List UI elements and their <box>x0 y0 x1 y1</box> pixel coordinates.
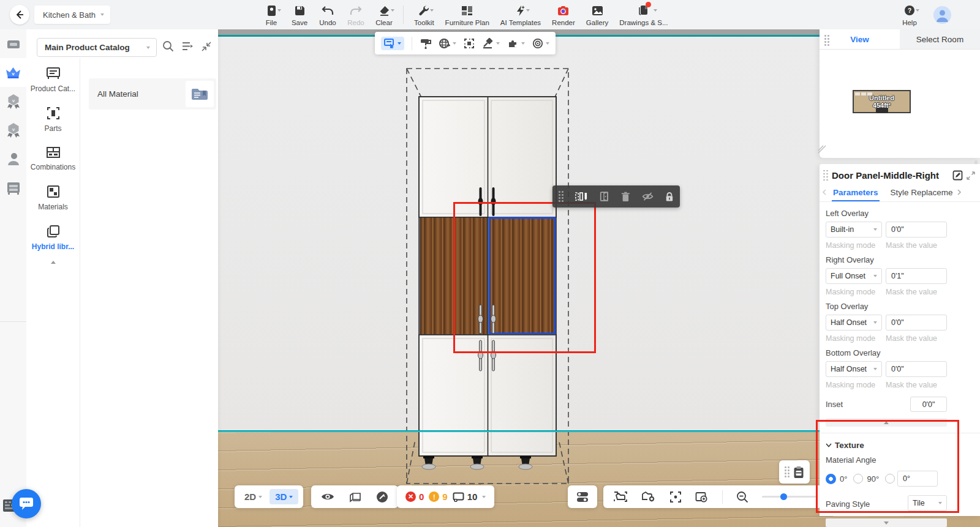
furniture-plan-button[interactable]: Furniture Plan <box>440 2 495 26</box>
camera-frame-icon[interactable] <box>613 491 628 503</box>
chevron-down-icon <box>873 321 877 324</box>
chat-support-button[interactable] <box>12 489 41 518</box>
rail-profile-item[interactable] <box>0 144 26 173</box>
room-thumbnail[interactable]: Untitled 454ft² <box>853 90 911 113</box>
replace-style-button[interactable] <box>439 38 456 49</box>
save-button[interactable]: Save <box>285 2 314 26</box>
gallery-button[interactable]: Gallery <box>581 2 614 26</box>
settings-toggles-button[interactable] <box>568 485 597 508</box>
drag-handle[interactable] <box>785 466 790 477</box>
top-overlay-value-input[interactable]: 0'0" <box>886 315 947 331</box>
drawings-button[interactable]: Drawings & S... <box>614 2 673 26</box>
selection-context-toolbar <box>552 185 680 207</box>
mode-3d-button[interactable]: 3D <box>270 489 298 504</box>
project-selector[interactable]: Kitchen & Bath <box>34 6 110 24</box>
person-icon <box>6 152 21 166</box>
plugins-button[interactable] <box>507 38 525 49</box>
visibility-eye-icon[interactable] <box>321 491 334 502</box>
hybrid-library-icon <box>47 225 60 238</box>
bottom-overlay-mode-select[interactable]: Half Onset <box>826 361 882 377</box>
expand-icon[interactable] <box>967 171 975 180</box>
user-avatar[interactable] <box>933 6 951 24</box>
chevron-down-icon <box>453 42 456 45</box>
region-select-button[interactable] <box>464 38 475 49</box>
undo-button[interactable]: Undo <box>314 2 342 26</box>
open-door-icon[interactable] <box>600 190 609 203</box>
nav-materials[interactable]: Materials <box>26 176 80 216</box>
zoom-out-icon[interactable] <box>736 491 748 503</box>
ai-templates-button[interactable]: AI Templates <box>495 2 546 26</box>
nav-product-catalog[interactable]: Product Cat... <box>26 58 80 98</box>
chevron-down-icon <box>521 42 525 45</box>
zoom-slider-handle[interactable] <box>780 493 787 500</box>
tab-view[interactable]: View <box>820 29 900 49</box>
bottom-overlay-value-input[interactable]: 0'0" <box>886 361 947 377</box>
paint-tool-button[interactable] <box>420 38 431 49</box>
tab-select-room[interactable]: Select Room <box>900 29 980 49</box>
zoom-region-icon[interactable] <box>695 491 709 503</box>
image-icon <box>592 4 603 17</box>
trash-icon[interactable] <box>621 191 630 203</box>
back-button[interactable] <box>10 5 29 24</box>
toolkit-button[interactable]: Toolkit <box>409 2 440 26</box>
nav-combinations[interactable]: Combinations <box>26 138 80 176</box>
focus-center-icon[interactable] <box>669 491 682 503</box>
camera-settings-icon[interactable] <box>641 491 656 503</box>
rail-badge-item-2[interactable]: v <box>0 116 26 144</box>
bom-list-button[interactable] <box>779 460 810 484</box>
nav-parts[interactable]: Parts <box>26 98 80 138</box>
rail-furniture-item[interactable] <box>0 29 26 58</box>
target-button[interactable] <box>532 38 549 49</box>
nav-scroll-up[interactable] <box>26 256 80 264</box>
issues-bar[interactable]: ✕ 0 ! 9 10 <box>397 485 494 508</box>
zoom-slider[interactable] <box>762 496 817 498</box>
redo-button[interactable]: Redo <box>342 2 370 26</box>
collapse-panel-icon[interactable] <box>202 42 211 51</box>
drawer-cabinet-icon <box>6 181 21 195</box>
chevron-down-icon <box>289 496 293 498</box>
catalog-select[interactable]: Main Product Catalog <box>37 38 157 57</box>
badge-icon: v <box>6 94 21 110</box>
drag-handle[interactable] <box>559 191 564 202</box>
right-overlay-value-input[interactable]: 0'1" <box>886 268 947 284</box>
left-overlay-mode-select[interactable]: Built-in <box>826 222 882 237</box>
nav-hybrid-library[interactable]: Hybrid libr... <box>26 216 80 256</box>
material-list-item[interactable]: All Material <box>89 78 216 110</box>
array-edit-icon[interactable] <box>575 190 588 203</box>
measure-tool-button[interactable] <box>482 38 500 49</box>
tab-parameters[interactable]: Parameters <box>827 183 884 201</box>
help-button[interactable]: ? Help <box>895 2 924 26</box>
select-tool-button[interactable] <box>381 37 404 50</box>
resize-handle-icon[interactable] <box>817 144 827 154</box>
rail-vip-item[interactable]: v <box>0 58 26 87</box>
drag-handle[interactable] <box>824 35 829 46</box>
chevron-right-icon[interactable] <box>957 189 962 195</box>
rail-cabinet-item[interactable] <box>0 173 26 202</box>
rail-badge-item-1[interactable]: v <box>0 87 26 116</box>
drag-handle[interactable] <box>823 170 828 181</box>
chevron-left-icon[interactable] <box>822 189 827 195</box>
gauge-icon[interactable] <box>376 491 388 503</box>
right-overlay-mode-select[interactable]: Full Onset <box>826 268 882 284</box>
gavel-icon <box>482 38 494 49</box>
clear-button[interactable]: Clear <box>370 2 398 26</box>
hide-eye-icon[interactable] <box>642 191 654 202</box>
tab-style-replacement[interactable]: Style Replaceme <box>884 183 957 201</box>
mask-labels: Masking modeMask the value <box>826 381 980 389</box>
edit-icon[interactable] <box>952 170 963 181</box>
search-icon[interactable] <box>162 40 174 52</box>
chevron-down-icon <box>526 9 530 12</box>
file-button[interactable]: File <box>257 2 285 26</box>
render-button[interactable]: Render <box>546 2 581 26</box>
panel-select-icon <box>384 39 395 48</box>
field-bottom-overlay: Bottom Overlay Half Onset 0'0" Masking m… <box>826 348 980 389</box>
cube-view-icon[interactable] <box>349 491 361 503</box>
inset-value-input[interactable]: 0'0" <box>910 397 947 412</box>
expand-section-bar[interactable] <box>826 518 947 527</box>
left-overlay-value-input[interactable]: 0'0" <box>886 222 947 237</box>
top-overlay-mode-select[interactable]: Half Onset <box>826 315 882 331</box>
mode-2d-button[interactable]: 2D <box>239 491 267 502</box>
puzzle-icon <box>507 38 519 49</box>
lock-icon[interactable] <box>665 191 674 203</box>
filter-list-icon[interactable] <box>182 42 194 51</box>
